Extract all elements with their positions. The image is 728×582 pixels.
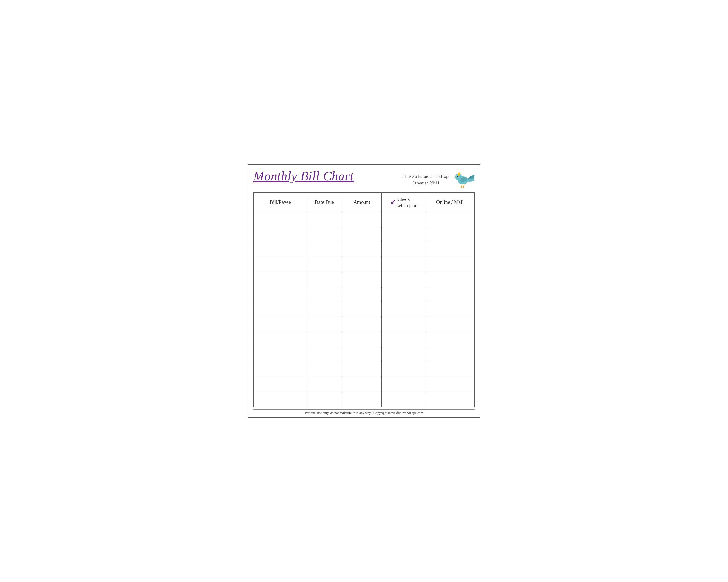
table-row (254, 332, 474, 347)
table-cell (342, 377, 382, 392)
table-cell (254, 317, 307, 332)
table-cell (382, 227, 426, 242)
table-cell (307, 332, 342, 347)
table-cell (426, 347, 474, 362)
table-cell (382, 257, 426, 272)
table-cell (426, 212, 474, 227)
tagline-text: I Have a Future and a Hope Jeremiah 29:1… (402, 173, 450, 187)
table-cell (382, 362, 426, 377)
table-cell (426, 242, 474, 257)
footer-text: Personal use only, do not redistribute i… (305, 411, 423, 415)
table-cell (426, 392, 474, 407)
table-cell (307, 377, 342, 392)
header: Monthly Bill Chart I Have a Future and a… (254, 169, 474, 190)
table-cell (426, 362, 474, 377)
table-cell (307, 317, 342, 332)
table-row (254, 317, 474, 332)
table-cell (254, 227, 307, 242)
tagline-line2: Jeremiah 29:11 (413, 181, 440, 186)
table-cell (254, 347, 307, 362)
table-cell (426, 287, 474, 302)
table-cell (382, 212, 426, 227)
page-title: Monthly Bill Chart (254, 169, 354, 183)
table-cell (342, 227, 382, 242)
table-cell (342, 347, 382, 362)
table-row (254, 242, 474, 257)
table-row (254, 302, 474, 317)
table-cell (342, 272, 382, 287)
title-block: Monthly Bill Chart (254, 169, 354, 183)
table-cell (342, 212, 382, 227)
table-row (254, 287, 474, 302)
table-cell (342, 362, 382, 377)
tagline-line1: I Have a Future and a Hope (402, 174, 450, 179)
table-cell (382, 347, 426, 362)
table-cell (254, 257, 307, 272)
table-cell (382, 287, 426, 302)
table-cell (254, 362, 307, 377)
table-cell (342, 392, 382, 407)
table-cell (307, 287, 342, 302)
table-row (254, 392, 474, 407)
table-row (254, 212, 474, 227)
col-header-online: Online / Mail (426, 193, 474, 212)
table-cell (254, 302, 307, 317)
table-cell (426, 272, 474, 287)
table-cell (426, 332, 474, 347)
col-header-check: ✓ Check when paid (382, 193, 426, 212)
table-cell (382, 377, 426, 392)
table-cell (307, 272, 342, 287)
tagline-block: I Have a Future and a Hope Jeremiah 29:1… (402, 170, 474, 190)
table-cell (382, 317, 426, 332)
svg-point-7 (457, 176, 457, 176)
table-cell (307, 212, 342, 227)
table-cell (307, 242, 342, 257)
footer: Personal use only, do not redistribute i… (254, 409, 474, 415)
checkmark-icon: ✓ (390, 199, 396, 206)
table-cell (254, 392, 307, 407)
table-cell (342, 257, 382, 272)
table-cell (426, 317, 474, 332)
table-cell (254, 272, 307, 287)
table-cell (307, 392, 342, 407)
table-cell (307, 257, 342, 272)
table-cell (426, 257, 474, 272)
table-cell (307, 347, 342, 362)
table-cell (254, 377, 307, 392)
svg-point-6 (457, 175, 458, 177)
table-cell (382, 242, 426, 257)
check-header-content: ✓ Check when paid (384, 196, 424, 209)
table-cell (426, 377, 474, 392)
table-cell (342, 287, 382, 302)
svg-line-10 (462, 184, 462, 187)
page: Monthly Bill Chart I Have a Future and a… (248, 164, 480, 418)
table-row (254, 227, 474, 242)
svg-marker-8 (454, 177, 455, 178)
table-cell (426, 227, 474, 242)
table-cell (254, 332, 307, 347)
table-cell (382, 392, 426, 407)
col-header-amount: Amount (342, 193, 382, 212)
table-row (254, 272, 474, 287)
table-row (254, 347, 474, 362)
table-cell (254, 287, 307, 302)
table-cell (382, 272, 426, 287)
table-cell (342, 242, 382, 257)
table-cell (254, 242, 307, 257)
bill-table: Bill/Payee Date Due Amount ✓ Check when … (254, 192, 474, 408)
table-row (254, 362, 474, 377)
table-cell (307, 302, 342, 317)
table-cell (307, 362, 342, 377)
table-header-row: Bill/Payee Date Due Amount ✓ Check when … (254, 193, 474, 212)
table-cell (426, 302, 474, 317)
table-row (254, 377, 474, 392)
table-cell (382, 302, 426, 317)
svg-line-13 (463, 184, 464, 187)
col-header-date: Date Due (307, 193, 342, 212)
table-cell (342, 317, 382, 332)
table-row (254, 257, 474, 272)
col-header-bill: Bill/Payee (254, 193, 307, 212)
check-label-text: Check when paid (397, 196, 418, 209)
bird-icon (453, 170, 474, 190)
table-cell (382, 332, 426, 347)
